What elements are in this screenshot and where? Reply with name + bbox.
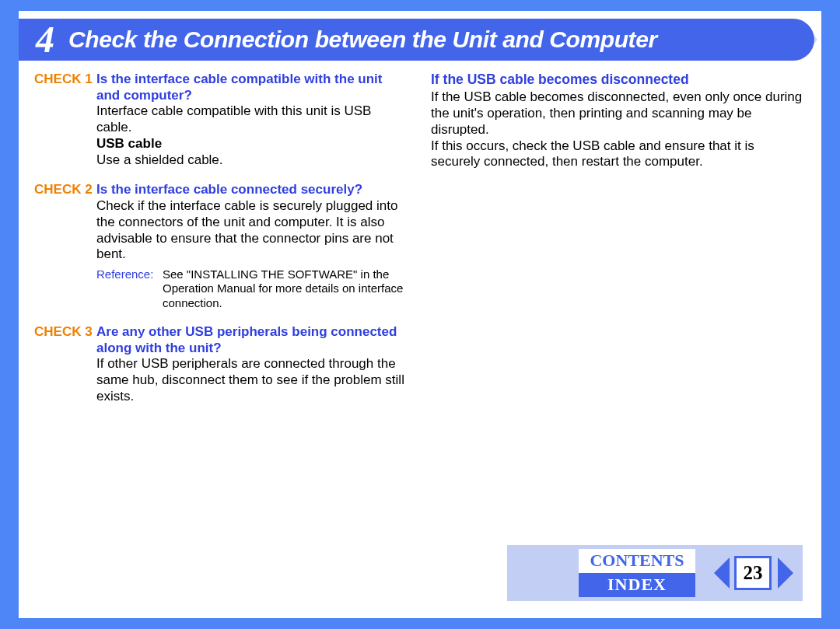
footer-nav: CONTENTS INDEX 23 xyxy=(507,545,803,601)
check-1: CHECK 1 Is the interface cable compatibl… xyxy=(34,72,409,168)
index-link[interactable]: INDEX xyxy=(579,573,695,597)
reference-label: Reference: xyxy=(96,267,163,281)
check-label: CHECK 2 xyxy=(34,182,96,198)
check-2: CHECK 2 Is the interface cable connected… xyxy=(34,182,409,310)
check-3: CHECK 3 Are any other USB peripherals be… xyxy=(34,324,409,405)
check-label: CHECK 1 xyxy=(34,72,96,88)
check-body: Interface cable compatible with this uni… xyxy=(96,103,409,135)
check-content: Is the interface cable compatible with t… xyxy=(96,72,409,168)
right-heading: If the USB cable becomes disconnected xyxy=(431,72,806,88)
check-content: Is the interface cable connected securel… xyxy=(96,182,409,310)
reference-body: See "INSTALLING THE SOFTWARE" in the Ope… xyxy=(163,267,409,310)
prev-page-arrow-icon[interactable] xyxy=(714,557,730,589)
check-question: Are any other USB peripherals being conn… xyxy=(96,324,409,356)
body-columns: CHECK 1 Is the interface cable compatibl… xyxy=(34,72,806,419)
contents-link[interactable]: CONTENTS xyxy=(579,549,695,573)
page-frame: 4 Check the Connection between the Unit … xyxy=(0,0,840,629)
check-question: Is the interface cable compatible with t… xyxy=(96,72,409,103)
right-paragraph: If this occurs, check the USB cable and … xyxy=(431,138,806,170)
right-paragraph: If the USB cable becomes disconnected, e… xyxy=(431,89,806,138)
section-title: Check the Connection between the Unit an… xyxy=(68,26,657,53)
section-header: 4 Check the Connection between the Unit … xyxy=(19,19,814,61)
check-label: CHECK 3 xyxy=(34,324,96,341)
subheading: USB cable xyxy=(96,136,409,152)
check-body: If other USB peripherals are connected t… xyxy=(96,356,409,404)
next-page-arrow-icon[interactable] xyxy=(778,557,793,589)
left-column: CHECK 1 Is the interface cable compatibl… xyxy=(34,72,409,419)
check-question: Is the interface cable connected securel… xyxy=(96,182,409,198)
check-content: Are any other USB peripherals being conn… xyxy=(96,324,409,405)
reference-row: Reference: See "INSTALLING THE SOFTWARE"… xyxy=(96,267,409,310)
right-column: If the USB cable becomes disconnected If… xyxy=(431,72,806,419)
footer-links: CONTENTS INDEX xyxy=(579,549,695,596)
check-body: Use a shielded cable. xyxy=(96,152,409,169)
content-panel: 4 Check the Connection between the Unit … xyxy=(19,11,821,618)
section-number: 4 xyxy=(36,21,54,58)
page-number: 23 xyxy=(734,556,772,590)
check-body: Check if the interface cable is securely… xyxy=(96,198,409,263)
